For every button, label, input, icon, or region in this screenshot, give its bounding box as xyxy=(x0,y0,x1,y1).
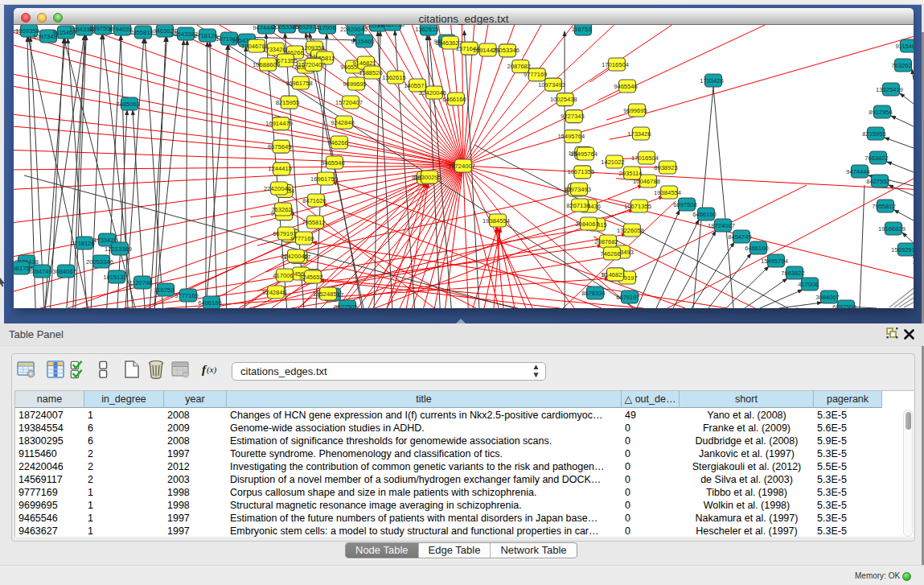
svg-text:16961758: 16961758 xyxy=(285,80,313,87)
svg-text:7663822: 7663822 xyxy=(781,270,805,277)
svg-text:6679197: 6679197 xyxy=(616,294,640,301)
svg-text:16914479: 16914479 xyxy=(265,120,293,127)
svg-text:9146821: 9146821 xyxy=(602,271,626,278)
svg-text:417006: 417006 xyxy=(273,272,293,279)
svg-text:22420046: 22420046 xyxy=(281,253,308,260)
svg-text:19384554: 19384554 xyxy=(483,217,510,225)
svg-text:9777169: 9777169 xyxy=(524,71,548,78)
svg-text:17016504: 17016504 xyxy=(631,154,659,162)
svg-text:(x): (x) xyxy=(207,365,217,375)
svg-text:20053346: 20053346 xyxy=(86,258,113,266)
svg-text:8471626: 8471626 xyxy=(302,197,326,204)
svg-text:9699695: 9699695 xyxy=(343,80,367,88)
svg-text:17016504: 17016504 xyxy=(602,61,629,68)
svg-text:19166829: 19166829 xyxy=(878,225,906,233)
svg-text:2087682: 2087682 xyxy=(507,63,532,70)
svg-text:18524851: 18524851 xyxy=(313,290,340,298)
svg-text:9699695: 9699695 xyxy=(623,107,647,114)
svg-text:1733426: 1733426 xyxy=(627,130,651,138)
svg-text:417006: 417006 xyxy=(798,281,818,288)
svg-text:15495764: 15495764 xyxy=(761,257,788,265)
svg-text:6466160: 6466160 xyxy=(692,211,717,218)
svg-text:9245652: 9245652 xyxy=(299,274,323,281)
svg-text:10671355: 10671355 xyxy=(624,203,651,210)
svg-text:10973493: 10973493 xyxy=(564,186,591,193)
svg-text:10025438: 10025438 xyxy=(550,96,577,103)
svg-text:3084067: 3084067 xyxy=(815,294,840,301)
svg-text:2087682: 2087682 xyxy=(594,238,618,245)
svg-text:1815132: 1815132 xyxy=(103,274,127,281)
svg-text:19384554: 19384554 xyxy=(654,189,681,196)
svg-text:746266: 746266 xyxy=(600,250,620,257)
svg-text:9465546: 9465546 xyxy=(614,83,638,90)
svg-text:8938923: 8938923 xyxy=(654,164,678,171)
svg-text:10671355: 10671355 xyxy=(567,168,594,175)
svg-text:6466160: 6466160 xyxy=(198,299,222,307)
svg-text:7485063: 7485063 xyxy=(116,101,140,108)
svg-text:13226058: 13226058 xyxy=(617,227,644,234)
svg-text:8675645: 8675645 xyxy=(268,143,292,150)
svg-text:9777169: 9777169 xyxy=(175,292,199,299)
svg-text:116753: 116753 xyxy=(154,286,175,294)
svg-text:9227343: 9227343 xyxy=(561,113,585,120)
svg-text:15495764: 15495764 xyxy=(570,150,598,158)
svg-text:1588520: 1588520 xyxy=(359,69,383,76)
svg-text:18724007: 18724007 xyxy=(448,163,475,170)
svg-text:10973493: 10973493 xyxy=(538,81,565,89)
svg-text:15495764: 15495764 xyxy=(557,133,585,140)
svg-text:15720407: 15720407 xyxy=(298,61,326,68)
svg-text:763262: 763262 xyxy=(271,206,291,213)
svg-text:9242848: 9242848 xyxy=(262,289,286,296)
svg-text:6897508: 6897508 xyxy=(832,303,856,309)
svg-text:18300295: 18300295 xyxy=(414,174,441,181)
svg-text:18724007: 18724007 xyxy=(708,222,735,229)
svg-text:1244415: 1244415 xyxy=(268,165,292,172)
svg-text:7955812: 7955812 xyxy=(872,203,896,210)
svg-text:6466160: 6466160 xyxy=(745,245,769,252)
svg-text:8215955: 8215955 xyxy=(862,130,886,138)
svg-text:1733426: 1733426 xyxy=(700,77,724,84)
svg-text:2718126: 2718126 xyxy=(71,240,95,247)
svg-text:15720407: 15720407 xyxy=(335,99,363,106)
svg-text:6466160: 6466160 xyxy=(442,96,466,103)
svg-text:9474444: 9474444 xyxy=(846,168,870,175)
svg-text:22420046: 22420046 xyxy=(264,185,291,192)
svg-text:8215955: 8215955 xyxy=(276,99,300,106)
svg-text:6897508: 6897508 xyxy=(673,201,697,208)
svg-text:8912954: 8912954 xyxy=(869,109,893,116)
svg-text:8267130: 8267130 xyxy=(566,202,590,209)
svg-text:2935114: 2935114 xyxy=(619,170,643,177)
svg-text:1120746: 1120746 xyxy=(129,279,153,286)
svg-text:12213369: 12213369 xyxy=(105,245,132,253)
svg-text:8454749: 8454749 xyxy=(728,233,752,241)
svg-text:10688609: 10688609 xyxy=(253,61,280,68)
svg-text:763262: 763262 xyxy=(891,62,911,69)
svg-text:20053346: 20053346 xyxy=(492,47,519,54)
svg-text:417006: 417006 xyxy=(315,25,335,31)
svg-text:8427552: 8427552 xyxy=(866,178,890,185)
svg-text:13325419: 13325419 xyxy=(876,86,903,93)
svg-text:8878334: 8878334 xyxy=(581,290,606,297)
svg-text:3084067: 3084067 xyxy=(575,220,599,228)
svg-text:3084067: 3084067 xyxy=(52,268,76,275)
svg-text:1405571: 1405571 xyxy=(404,82,428,89)
svg-text:15692971: 15692971 xyxy=(891,246,914,253)
svg-text:9777169: 9777169 xyxy=(290,235,314,242)
svg-text:16961758: 16961758 xyxy=(377,25,405,28)
svg-text:7663822: 7663822 xyxy=(864,154,889,162)
svg-text:9465546: 9465546 xyxy=(321,159,345,167)
svg-text:9242848: 9242848 xyxy=(331,119,355,126)
svg-text:9115460: 9115460 xyxy=(896,43,914,50)
svg-text:746266: 746266 xyxy=(327,139,347,146)
svg-text:9146821: 9146821 xyxy=(352,60,376,67)
svg-text:1421022: 1421022 xyxy=(601,159,625,166)
svg-text:16961758: 16961758 xyxy=(310,175,338,183)
svg-text:1362615: 1362615 xyxy=(382,74,406,81)
svg-text:7955812: 7955812 xyxy=(302,219,326,226)
svg-text:8454749: 8454749 xyxy=(28,268,52,275)
svg-text:9327505: 9327505 xyxy=(334,303,358,309)
svg-text:2718126: 2718126 xyxy=(194,32,218,39)
svg-text:116753: 116753 xyxy=(572,26,592,33)
svg-text:9115460: 9115460 xyxy=(351,38,375,45)
svg-text:1362615: 1362615 xyxy=(415,26,439,33)
